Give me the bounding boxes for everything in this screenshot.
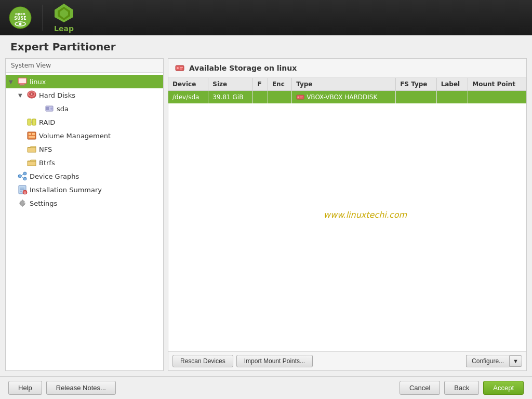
toggle-raid <box>18 119 26 125</box>
panel-storage-icon <box>175 63 185 73</box>
configure-dropdown-button[interactable]: ▼ <box>509 355 522 367</box>
help-button[interactable]: Help <box>8 381 42 395</box>
col-size[interactable]: Size <box>208 78 253 91</box>
sidebar-item-installation-summary[interactable]: ! Installation Summary <box>6 183 163 196</box>
svg-rect-45 <box>300 98 302 98</box>
svg-rect-20 <box>32 119 36 125</box>
col-label[interactable]: Label <box>436 78 468 91</box>
leap-icon <box>54 3 74 23</box>
svg-text:open: open <box>15 12 25 16</box>
svg-point-18 <box>50 108 52 110</box>
cell-mountpoint <box>468 91 526 104</box>
computer-icon <box>17 76 28 87</box>
opensuse-icon: open SUSE <box>8 6 32 30</box>
col-mountpoint[interactable]: Mount Point <box>468 78 526 91</box>
settings-icon <box>17 198 28 208</box>
leap-logo: Leap <box>54 3 74 33</box>
svg-rect-17 <box>46 107 49 110</box>
footer: Help Release Notes... Cancel Back Accept <box>0 376 532 399</box>
svg-text:SUSE: SUSE <box>14 16 26 21</box>
cell-device: /dev/sda <box>168 91 208 104</box>
col-device[interactable]: Device <box>168 78 208 91</box>
col-f[interactable]: F <box>253 78 268 91</box>
back-button[interactable]: Back <box>444 381 479 395</box>
sidebar-label-installation-summary: Installation Summary <box>30 186 102 194</box>
sidebar-item-device-graphs[interactable]: Device Graphs <box>6 169 163 183</box>
btrfs-folder-icon <box>26 157 37 168</box>
col-type[interactable]: Type <box>292 78 396 91</box>
table-area: Device Size F Enc Type FS Type Label Mou… <box>168 78 526 351</box>
panel-header: Available Storage on linux <box>168 59 526 78</box>
footer-right: Cancel Back Accept <box>400 381 524 395</box>
svg-point-15 <box>31 94 33 95</box>
svg-rect-23 <box>29 133 31 135</box>
leap-label: Leap <box>54 24 74 33</box>
watermark: www.linuxtechi.com <box>324 210 407 220</box>
right-panel: Available Storage on linux Device Size F… <box>168 58 527 371</box>
toggle-settings <box>9 201 17 206</box>
content-body: System View ▼ linux ▼ <box>0 58 532 376</box>
toggle-nfs <box>18 147 26 152</box>
panel-toolbar: Rescan Devices Import Mount Points... Co… <box>168 351 526 370</box>
sidebar-item-settings[interactable]: Settings <box>6 196 163 210</box>
sidebar-label-hard-disks: Hard Disks <box>39 91 75 99</box>
logo-area: open SUSE Leap <box>8 3 74 33</box>
table-row[interactable]: /dev/sda 39.81 GiB <box>168 91 526 104</box>
svg-rect-40 <box>180 67 183 68</box>
svg-point-39 <box>177 67 179 69</box>
svg-rect-9 <box>20 84 24 85</box>
sidebar-item-hard-disks[interactable]: ▼ Hard Disks <box>6 88 163 102</box>
svg-point-28 <box>23 177 26 180</box>
svg-rect-24 <box>32 133 35 135</box>
sidebar-item-linux[interactable]: ▼ linux <box>6 75 163 88</box>
sidebar-item-btrfs[interactable]: Btrfs <box>6 156 163 169</box>
lvm-icon <box>26 130 37 141</box>
svg-line-29 <box>21 174 23 176</box>
toggle-hard-disks[interactable]: ▼ <box>18 92 26 98</box>
main-content: Expert Partitioner System View ▼ linux <box>0 35 532 399</box>
svg-rect-11 <box>19 78 26 83</box>
cell-fstype <box>396 91 436 104</box>
sidebar-item-sda[interactable]: sda <box>6 102 163 115</box>
header: open SUSE Leap <box>0 0 532 35</box>
col-fstype[interactable]: FS Type <box>396 78 436 91</box>
toggle-vm <box>18 133 26 139</box>
sidebar-label-sda: sda <box>57 105 69 113</box>
toggle-linux[interactable]: ▼ <box>9 79 17 85</box>
sidebar: System View ▼ linux ▼ <box>5 58 164 371</box>
cell-f <box>253 91 268 104</box>
header-divider <box>43 5 43 31</box>
accept-button[interactable]: Accept <box>483 381 524 395</box>
cell-label <box>436 91 468 104</box>
toggle-btrfs <box>18 160 26 166</box>
sidebar-item-volume-management[interactable]: Volume Management <box>6 129 163 142</box>
sidebar-item-nfs[interactable]: NFS <box>6 142 163 156</box>
svg-point-27 <box>23 172 26 175</box>
col-enc[interactable]: Enc <box>268 78 291 91</box>
sidebar-label-device-graphs: Device Graphs <box>30 172 79 180</box>
opensuse-logo: open SUSE <box>8 6 32 30</box>
release-notes-button[interactable]: Release Notes... <box>46 381 116 395</box>
toggle-summary <box>9 187 17 193</box>
svg-rect-25 <box>29 136 35 138</box>
raid-icon <box>26 117 37 127</box>
sidebar-label-settings: Settings <box>30 200 57 207</box>
hard-disks-icon <box>26 90 37 100</box>
svg-point-43 <box>298 97 299 98</box>
tree-container: ▼ linux ▼ <box>6 73 163 370</box>
disk-icon <box>44 103 55 114</box>
configure-main-button[interactable]: Configure... <box>466 355 509 367</box>
sidebar-label-vm: Volume Management <box>39 132 111 140</box>
sidebar-item-raid[interactable]: RAID <box>6 115 163 129</box>
sidebar-label-raid: RAID <box>39 118 55 126</box>
import-mount-points-button[interactable]: Import Mount Points... <box>236 355 313 367</box>
svg-point-4 <box>19 23 22 25</box>
cell-size: 39.81 GiB <box>208 91 253 104</box>
summary-icon: ! <box>17 184 28 195</box>
cancel-button[interactable]: Cancel <box>400 381 440 395</box>
svg-text:!: ! <box>24 191 26 194</box>
rescan-devices-button[interactable]: Rescan Devices <box>172 355 233 367</box>
sidebar-label-btrfs: Btrfs <box>39 159 55 167</box>
sidebar-label-linux: linux <box>30 78 46 86</box>
row-hdd-icon <box>296 93 304 101</box>
